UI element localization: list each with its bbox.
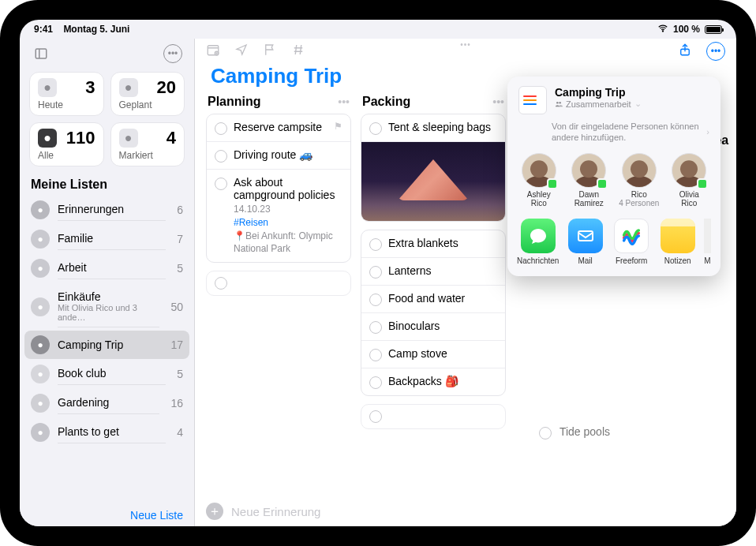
column-more-icon[interactable]: ••• <box>338 95 350 108</box>
app-icon <box>661 219 695 253</box>
task-radio[interactable] <box>369 321 382 334</box>
location-icon[interactable] <box>234 43 249 60</box>
task-row[interactable]: Ask about campground policies14.10.23#Re… <box>207 170 350 262</box>
imessage-badge-icon <box>547 178 558 189</box>
svg-rect-1 <box>36 49 47 58</box>
share-app-peek[interactable]: M <box>704 219 711 265</box>
share-app-nachrichten[interactable]: Nachrichten <box>517 219 559 265</box>
avatar <box>622 153 657 188</box>
column-packing: Packing•••Tent & sleeping bagsExtra blan… <box>361 93 506 429</box>
column-planning: Planning•••Reserve campsite⚑Driving rout… <box>206 93 351 296</box>
smart-lists-grid: ●3Heute●20Geplant●110Alle●4Markiert <box>20 69 194 173</box>
task-radio[interactable] <box>369 349 382 361</box>
status-date: Montag 5. Juni <box>63 24 129 35</box>
share-contact[interactable]: Rico4 Personen <box>617 153 661 208</box>
flag-mini-icon: ⚑ <box>334 121 342 132</box>
battery-icon <box>705 25 722 34</box>
svg-point-13 <box>556 102 559 104</box>
app-icon <box>614 219 649 253</box>
share-note-row[interactable]: Von dir eingeladene Personen können ande… <box>515 121 713 150</box>
share-app-notizen[interactable]: Notizen <box>657 219 698 265</box>
calendar-add-icon[interactable] <box>206 43 220 60</box>
smart-heute[interactable]: ●3Heute <box>29 72 104 116</box>
share-mode[interactable]: Zusammenarbeit ⌄ <box>555 99 642 109</box>
column-more-icon[interactable]: ••• <box>492 95 504 108</box>
add-task-ghost[interactable] <box>206 271 351 296</box>
app: ••• ●3Heute●20Geplant●110Alle●4Markiert … <box>20 39 736 526</box>
task-row[interactable]: Reserve campsite⚑ <box>207 114 350 142</box>
smart-alle[interactable]: ●110Alle <box>29 122 104 166</box>
svg-line-10 <box>295 45 297 54</box>
sidebar-item-arbeit[interactable]: ●Arbeit5 <box>20 253 194 282</box>
task-radio[interactable] <box>369 238 382 251</box>
svg-point-14 <box>559 102 561 104</box>
new-reminder-button[interactable]: ＋ Neue Erinnerung <box>206 503 320 520</box>
status-left: 9:41 Montag 5. Juni <box>34 24 129 35</box>
screen: 9:41 Montag 5. Juni 100 % ••• ●3Heute●20… <box>20 20 736 526</box>
sidebar-item-gardening[interactable]: ●Gardening16 <box>20 388 194 417</box>
share-popover: Camping Trip Zusammenarbeit ⌄ Von dir ei… <box>507 77 720 276</box>
ipad-frame: 9:41 Montag 5. Juni 100 % ••• ●3Heute●20… <box>0 0 756 546</box>
share-contact[interactable]: OliviaRico <box>668 153 712 208</box>
flag-icon[interactable] <box>263 43 277 60</box>
task-row[interactable]: Food and water <box>361 286 505 313</box>
share-contact[interactable]: AshleyRico <box>517 153 561 208</box>
add-task-ghost[interactable] <box>361 404 506 429</box>
smart-markiert[interactable]: ●4Markiert <box>110 122 185 166</box>
new-list-button[interactable]: Neue Liste <box>20 504 194 526</box>
my-lists[interactable]: ●Erinnerungen6●Familie7●Arbeit5●Einkäufe… <box>20 195 194 504</box>
share-title: Camping Trip <box>555 86 642 99</box>
task-row[interactable]: Backpacks 🎒 <box>361 368 505 395</box>
battery-text: 100 % <box>673 24 700 35</box>
app-icon <box>568 219 603 253</box>
task-row[interactable]: Driving route 🚙 <box>207 142 350 170</box>
sidebar-item-familie[interactable]: ●Familie7 <box>20 224 194 253</box>
task-radio[interactable] <box>369 294 382 306</box>
task-radio[interactable] <box>369 122 382 135</box>
imessage-badge-icon <box>697 178 708 189</box>
sidebar: ••• ●3Heute●20Geplant●110Alle●4Markiert … <box>20 39 195 526</box>
svg-rect-15 <box>578 231 593 241</box>
svg-point-0 <box>662 30 663 31</box>
sidebar-more-button[interactable]: ••• <box>163 43 183 64</box>
task-row[interactable]: Binoculars <box>361 313 505 341</box>
share-thumb-icon <box>518 86 547 114</box>
content: ••• ••• Camping Trip Planning•••Reserve … <box>195 39 736 526</box>
app-icon <box>521 219 556 253</box>
share-icon[interactable] <box>678 43 692 60</box>
plus-icon: ＋ <box>206 503 223 520</box>
task-row[interactable]: Tent & sleeping bags <box>361 114 505 142</box>
sidebar-item-camping-trip[interactable]: ●Camping Trip17 <box>24 331 189 359</box>
toggle-sidebar-button[interactable] <box>31 43 51 64</box>
task-radio[interactable] <box>215 122 227 135</box>
chevron-right-icon: › <box>706 126 709 137</box>
peek-task-row[interactable]: Tide pools <box>539 425 610 439</box>
task-image-thumb[interactable] <box>361 142 505 221</box>
task-radio[interactable] <box>369 266 382 279</box>
status-right: 100 % <box>657 23 722 36</box>
share-contact[interactable]: DawnRamirez <box>567 153 612 208</box>
wifi-icon <box>657 23 668 36</box>
sidebar-item-book-club[interactable]: ●Book club5 <box>20 359 194 388</box>
task-radio[interactable] <box>215 150 227 163</box>
task-radio[interactable] <box>369 376 382 389</box>
content-more-button[interactable]: ••• <box>706 42 725 61</box>
my-lists-header: Meine Listen <box>20 173 194 195</box>
sidebar-item-plants-to-get[interactable]: ●Plants to get4 <box>20 417 194 447</box>
share-contacts: AshleyRicoDawnRamirezRico4 PersonenOlivi… <box>515 150 713 215</box>
share-app-mail[interactable]: Mail <box>565 219 605 265</box>
task-row[interactable]: Lanterns <box>361 258 505 286</box>
multitask-handle[interactable]: ••• <box>460 40 471 49</box>
status-bar: 9:41 Montag 5. Juni 100 % <box>20 20 736 39</box>
task-row[interactable]: Camp stove <box>361 341 505 368</box>
smart-geplant[interactable]: ●20Geplant <box>110 72 185 116</box>
share-apps: NachrichtenMailFreeformNotizenM <box>515 215 713 265</box>
imessage-badge-icon <box>597 178 608 189</box>
share-app-freeform[interactable]: Freeform <box>612 219 652 265</box>
hashtag-icon[interactable] <box>291 43 305 60</box>
svg-line-11 <box>300 45 301 54</box>
task-radio[interactable] <box>215 178 227 190</box>
sidebar-item-erinnerungen[interactable]: ●Erinnerungen6 <box>20 195 194 224</box>
task-row[interactable]: Extra blankets <box>361 230 505 258</box>
sidebar-item-einkäufe[interactable]: ●EinkäufeMit Olivia Rico und 3 ande…50 <box>20 282 194 331</box>
